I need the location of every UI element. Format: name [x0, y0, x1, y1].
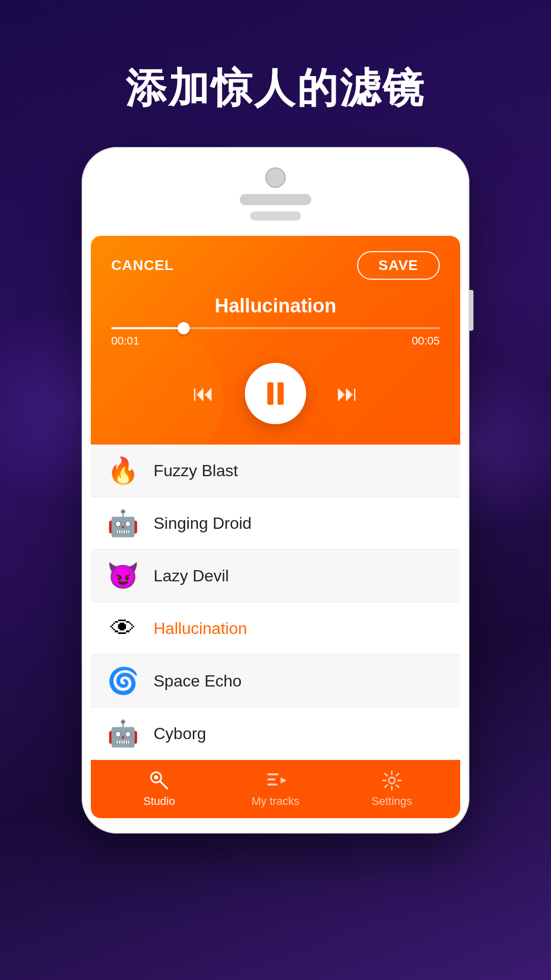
studio-icon [148, 769, 170, 792]
effect-icon: 🤖 [106, 719, 139, 748]
svg-rect-3 [267, 773, 279, 775]
phone-home-button [250, 211, 301, 220]
player-section: CANCEL SAVE Hallucination 00:01 00:05 [91, 236, 460, 445]
effect-icon: 🔥 [106, 456, 139, 485]
my-tracks-icon [264, 769, 287, 792]
svg-marker-6 [281, 777, 287, 783]
list-item[interactable]: 😈 Lazy Devil [91, 550, 460, 602]
phone-side-button [469, 290, 473, 331]
phone-top-area [87, 162, 464, 226]
progress-thumb[interactable] [178, 322, 190, 334]
list-item-active[interactable]: 👁 Hallucination [91, 602, 460, 655]
effect-icon: 👁 [106, 614, 139, 643]
progress-times: 00:01 00:05 [111, 334, 440, 348]
svg-line-1 [160, 781, 167, 789]
phone-frame: CANCEL SAVE Hallucination 00:01 00:05 [82, 147, 469, 834]
phone-speaker [240, 194, 311, 205]
effect-name: Fuzzy Blast [154, 461, 238, 480]
svg-point-7 [389, 777, 395, 783]
nav-label-my-tracks: My tracks [252, 795, 299, 808]
list-item[interactable]: 🌀 Space Echo [91, 655, 460, 707]
svg-rect-5 [267, 783, 278, 786]
bottom-nav: Studio My tracks [91, 760, 460, 818]
effects-list: 🔥 Fuzzy Blast 🤖 Singing Droid 😈 Lazy Dev… [91, 445, 460, 760]
phone-camera [265, 167, 286, 188]
effect-name-active: Hallucination [154, 619, 247, 638]
player-controls: ⏮ ⏭ [111, 363, 440, 424]
phone-content: CANCEL SAVE Hallucination 00:01 00:05 [91, 236, 460, 818]
progress-fill [111, 327, 184, 329]
player-header: CANCEL SAVE [111, 251, 440, 280]
svg-rect-4 [267, 778, 276, 780]
rewind-icon: ⏮ [193, 381, 214, 406]
nav-label-settings: Settings [371, 795, 412, 808]
cancel-button[interactable]: CANCEL [111, 257, 174, 274]
current-time: 00:01 [111, 334, 139, 348]
nav-label-studio: Studio [143, 795, 175, 808]
pause-icon [267, 382, 284, 405]
effect-name: Space Echo [154, 672, 242, 691]
pause-button[interactable] [245, 363, 306, 424]
list-item[interactable]: 🤖 Singing Droid [91, 497, 460, 550]
list-item[interactable]: 🤖 Cyborg [91, 707, 460, 760]
effect-name: Singing Droid [154, 514, 252, 533]
effect-name: Lazy Devil [154, 567, 229, 585]
forward-button[interactable]: ⏭ [337, 381, 358, 406]
nav-item-studio[interactable]: Studio [129, 769, 190, 808]
progress-container[interactable]: 00:01 00:05 [111, 327, 440, 348]
total-time: 00:05 [412, 334, 440, 348]
effect-icon: 😈 [106, 561, 139, 591]
effect-name: Cyborg [154, 724, 206, 743]
svg-point-2 [154, 775, 158, 779]
nav-item-my-tracks[interactable]: My tracks [245, 769, 306, 808]
page-title: 添加惊人的滤镜 [126, 61, 425, 116]
list-item[interactable]: 🔥 Fuzzy Blast [91, 445, 460, 497]
settings-icon [381, 769, 403, 792]
rewind-button[interactable]: ⏮ [193, 381, 214, 406]
progress-bar[interactable] [111, 327, 440, 329]
effect-icon: 🤖 [106, 508, 139, 538]
track-title: Hallucination [111, 295, 440, 317]
forward-icon: ⏭ [337, 381, 358, 406]
save-button[interactable]: SAVE [357, 251, 440, 280]
effect-icon: 🌀 [106, 666, 139, 696]
nav-item-settings[interactable]: Settings [361, 769, 422, 808]
